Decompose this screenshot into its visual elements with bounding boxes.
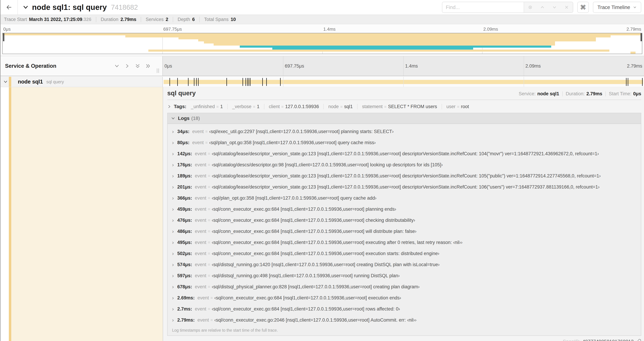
log-entry-row[interactable]: › 34μs: event = ‹sql/exec_util.go:2297 [… xyxy=(172,126,641,137)
chevron-right-icon[interactable]: › xyxy=(172,206,177,212)
tag-item[interactable]: user = root xyxy=(442,104,469,109)
log-field-value: ‹sql/conn_executor_exec.go:684 [nsql1,cl… xyxy=(212,207,396,212)
log-entry-row[interactable]: › 2.79ms: event = ‹sql/conn_executor_exe… xyxy=(172,314,641,325)
gridline xyxy=(283,77,284,87)
chevron-right-icon[interactable]: › xyxy=(172,306,177,312)
log-entry-row[interactable]: › 495μs: event = ‹sql/conn_executor_exec… xyxy=(172,237,641,248)
tags-row[interactable]: Tags: _unfinished = 1 _verbose = 1 clien… xyxy=(167,102,641,111)
log-entry-row[interactable]: › 366μs: event = ‹sql/plan_opt.go:358 [n… xyxy=(172,192,641,204)
view-selector-button[interactable]: Trace Timeline xyxy=(593,2,641,13)
span-id-label: SpanID: xyxy=(563,339,580,341)
clear-icon[interactable] xyxy=(564,5,570,10)
chevron-right-icon[interactable]: › xyxy=(172,295,177,301)
span-detail-panel: sql query Service: node sql1 Duration: 2… xyxy=(163,87,644,341)
tag-item[interactable]: _verbose = 1 xyxy=(227,104,260,109)
log-entry-row[interactable]: › 142μs: event = ‹sql/catalog/lease/desc… xyxy=(172,148,641,159)
minimap-span-bar xyxy=(178,38,596,40)
expand-one-icon[interactable] xyxy=(125,63,130,69)
log-field-key: event xyxy=(195,207,206,212)
chevron-down-icon[interactable] xyxy=(23,4,28,10)
minimap-span-bar xyxy=(148,50,610,52)
tag-value: 1 xyxy=(257,104,260,109)
time-tick-label: 2.09ms xyxy=(483,27,498,32)
log-marker-tick xyxy=(188,78,188,86)
tag-item[interactable]: client = 127.0.0.1:59936 xyxy=(264,104,319,109)
chevron-right-icon[interactable]: › xyxy=(172,195,177,201)
tag-item[interactable]: _unfinished = 1 xyxy=(191,104,223,109)
chevron-up-icon[interactable] xyxy=(539,5,546,10)
keyboard-shortcuts-button[interactable]: ⌘ xyxy=(577,2,589,13)
chevron-down-icon[interactable] xyxy=(171,116,175,120)
log-marker-tick xyxy=(196,78,197,86)
chevron-right-icon[interactable]: › xyxy=(172,239,177,245)
gridline xyxy=(283,56,284,76)
chevron-right-icon[interactable] xyxy=(167,105,172,109)
log-entry-row[interactable]: › 678μs: event = ‹sql/distsql_physical_p… xyxy=(172,281,641,292)
log-entry-row[interactable]: › 80μs: event = ‹sql/plan_opt.go:358 [ns… xyxy=(172,137,641,148)
summary-label: Depth xyxy=(178,17,190,22)
log-timestamp: 142μs: xyxy=(177,151,192,156)
chevron-right-icon[interactable]: › xyxy=(172,173,177,179)
chevron-down-icon[interactable] xyxy=(3,80,8,84)
logs-count: (18) xyxy=(191,116,200,121)
locate-icon[interactable] xyxy=(527,5,534,10)
log-entry-row[interactable]: › 176μs: event = ‹sql/catalog/descs/desc… xyxy=(172,159,641,170)
log-entry-row[interactable]: › 2.7ms: event = ‹sql/conn_executor_exec… xyxy=(172,303,641,314)
log-entry-row[interactable]: › 574μs: event = ‹sql/distsql_running.go… xyxy=(172,259,641,270)
tags-list: _unfinished = 1 _verbose = 1 client = 12… xyxy=(188,104,469,109)
chevron-right-icon[interactable]: › xyxy=(172,140,177,146)
log-entry-row[interactable]: › 597μs: event = ‹sql/distsql_running.go… xyxy=(172,270,641,281)
link-icon[interactable] xyxy=(636,339,641,341)
logs-header[interactable]: Logs (18) xyxy=(168,113,641,124)
minimap-right-handle[interactable] xyxy=(640,33,642,41)
chevron-right-icon[interactable]: › xyxy=(172,151,177,157)
chevron-right-icon[interactable]: › xyxy=(172,228,177,234)
tag-item[interactable]: statement = SELECT * FROM users xyxy=(357,104,437,109)
column-resize-grip[interactable] xyxy=(157,69,159,73)
log-field-value: ‹sql/conn_executor_exec.go:684 [nsql1,cl… xyxy=(212,240,462,245)
time-tick-label: 1.4ms xyxy=(324,27,336,32)
find-input[interactable] xyxy=(442,2,524,13)
divider xyxy=(606,92,606,96)
log-field-key: event xyxy=(195,273,206,278)
log-entry-row[interactable]: › 2.69ms: event = ‹sql/conn_executor_exe… xyxy=(172,292,641,303)
log-marker-tick xyxy=(242,78,243,86)
expand-all-icon[interactable] xyxy=(146,63,150,69)
chevron-down-icon[interactable] xyxy=(552,5,558,10)
time-tick-label: 0μs xyxy=(3,27,10,32)
tag-equals: = xyxy=(384,105,386,109)
tag-key: _verbose xyxy=(232,104,251,109)
chevron-right-icon[interactable]: › xyxy=(172,284,177,290)
chevron-right-icon[interactable]: › xyxy=(172,217,177,223)
span-name-cell[interactable]: node sql1 sql query xyxy=(0,77,163,87)
log-timestamp: 2.7ms: xyxy=(177,306,192,312)
span-bar-cell[interactable] xyxy=(163,77,644,87)
chevron-right-icon[interactable]: › xyxy=(172,273,177,279)
tag-item[interactable]: node = sql1 xyxy=(324,104,353,109)
minimap-span-bar xyxy=(240,46,551,48)
collapse-all-icon[interactable] xyxy=(135,63,140,69)
log-entry-row[interactable]: › 189μs: event = ‹sql/catalog/lease/desc… xyxy=(172,170,641,181)
log-entry-row[interactable]: › 486μs: event = ‹sql/conn_executor_exec… xyxy=(172,226,641,237)
log-entry-row[interactable]: › 459μs: event = ‹sql/conn_executor_exec… xyxy=(172,204,641,215)
log-entry-row[interactable]: › 476μs: event = ‹sql/conn_executor_exec… xyxy=(172,215,641,226)
log-entry-row[interactable]: › 502μs: event = ‹sql/conn_executor_exec… xyxy=(172,248,641,259)
tag-equals: = xyxy=(457,105,459,109)
back-button[interactable] xyxy=(0,0,18,15)
chevron-right-icon[interactable]: › xyxy=(172,162,177,168)
minimap-left-handle[interactable] xyxy=(3,33,4,41)
chevron-right-icon[interactable]: › xyxy=(172,129,177,134)
time-tick-label: 697.75μs xyxy=(163,27,182,32)
chevron-right-icon[interactable]: › xyxy=(172,250,177,256)
log-field-value: ‹sql/plan_opt.go:358 [nsql1,client=127.0… xyxy=(209,140,376,145)
chevron-right-icon[interactable]: › xyxy=(172,262,177,267)
log-timestamp: 2.79ms: xyxy=(177,317,195,323)
log-marker-tick xyxy=(250,78,250,86)
log-marker-tick xyxy=(246,78,246,86)
log-field-value: ‹sql/conn_executor_exec.go:684 [nsql1,cl… xyxy=(212,251,439,256)
chevron-right-icon[interactable]: › xyxy=(172,184,177,190)
chevron-right-icon[interactable]: › xyxy=(172,317,177,323)
log-entry-row[interactable]: › 201μs: event = ‹sql/catalog/lease/desc… xyxy=(172,181,641,192)
minimap-canvas[interactable] xyxy=(2,33,642,54)
collapse-one-icon[interactable] xyxy=(114,63,120,69)
